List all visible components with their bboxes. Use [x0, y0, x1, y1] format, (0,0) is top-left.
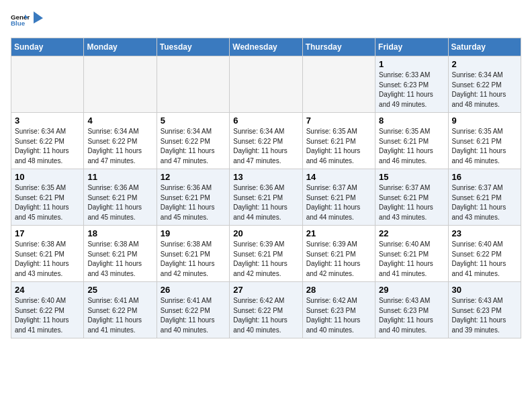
svg-text:Blue: Blue [11, 19, 26, 27]
day-info: Sunrise: 6:34 AMSunset: 6:22 PMDaylight:… [161, 127, 226, 166]
day-number: 11 [87, 172, 152, 182]
day-number: 20 [233, 228, 298, 238]
calendar-cell: 14Sunrise: 6:37 AMSunset: 6:21 PMDayligh… [302, 169, 375, 226]
day-number: 1 [379, 59, 444, 69]
weekday-header: Tuesday [157, 38, 229, 56]
calendar-cell: 21Sunrise: 6:39 AMSunset: 6:21 PMDayligh… [302, 226, 375, 282]
day-info: Sunrise: 6:40 AMSunset: 6:22 PMDaylight:… [452, 240, 517, 279]
day-number: 26 [161, 285, 226, 295]
day-info: Sunrise: 6:35 AMSunset: 6:21 PMDaylight:… [15, 183, 80, 222]
day-info: Sunrise: 6:40 AMSunset: 6:21 PMDaylight:… [379, 240, 444, 279]
day-info: Sunrise: 6:41 AMSunset: 6:22 PMDaylight:… [87, 296, 152, 335]
day-info: Sunrise: 6:38 AMSunset: 6:21 PMDaylight:… [161, 240, 226, 279]
calendar-cell: 7Sunrise: 6:35 AMSunset: 6:21 PMDaylight… [302, 113, 375, 169]
day-number: 9 [452, 116, 517, 126]
day-info: Sunrise: 6:42 AMSunset: 6:22 PMDaylight:… [233, 296, 298, 335]
day-number: 19 [161, 228, 226, 238]
calendar-week-row: 24Sunrise: 6:40 AMSunset: 6:22 PMDayligh… [11, 282, 521, 338]
calendar-cell: 10Sunrise: 6:35 AMSunset: 6:21 PMDayligh… [11, 169, 84, 226]
calendar-cell: 9Sunrise: 6:35 AMSunset: 6:21 PMDaylight… [448, 113, 521, 169]
calendar-week-row: 3Sunrise: 6:34 AMSunset: 6:22 PMDaylight… [11, 113, 521, 169]
calendar-cell: 23Sunrise: 6:40 AMSunset: 6:22 PMDayligh… [448, 226, 521, 282]
page-header: General Blue [11, 11, 521, 30]
calendar-cell: 4Sunrise: 6:34 AMSunset: 6:22 PMDaylight… [84, 113, 157, 169]
day-info: Sunrise: 6:34 AMSunset: 6:22 PMDaylight:… [15, 127, 80, 166]
calendar-cell: 6Sunrise: 6:34 AMSunset: 6:22 PMDaylight… [230, 113, 302, 169]
day-info: Sunrise: 6:40 AMSunset: 6:22 PMDaylight:… [15, 296, 80, 335]
day-number: 5 [161, 116, 226, 126]
calendar-cell: 26Sunrise: 6:41 AMSunset: 6:22 PMDayligh… [157, 282, 229, 338]
weekday-header: Wednesday [230, 38, 302, 56]
day-info: Sunrise: 6:41 AMSunset: 6:22 PMDaylight:… [161, 296, 226, 335]
day-number: 23 [452, 228, 517, 238]
day-number: 8 [379, 116, 444, 126]
calendar-cell: 25Sunrise: 6:41 AMSunset: 6:22 PMDayligh… [84, 282, 157, 338]
day-number: 3 [15, 116, 80, 126]
day-number: 12 [161, 172, 226, 182]
weekday-header-row: SundayMondayTuesdayWednesdayThursdayFrid… [11, 38, 521, 56]
day-number: 27 [233, 285, 298, 295]
calendar-cell: 28Sunrise: 6:42 AMSunset: 6:23 PMDayligh… [302, 282, 375, 338]
calendar-cell: 18Sunrise: 6:38 AMSunset: 6:21 PMDayligh… [84, 226, 157, 282]
day-info: Sunrise: 6:35 AMSunset: 6:21 PMDaylight:… [306, 127, 371, 166]
calendar-cell: 22Sunrise: 6:40 AMSunset: 6:21 PMDayligh… [375, 226, 448, 282]
logo: General Blue [11, 11, 44, 30]
day-number: 14 [306, 172, 371, 182]
day-number: 24 [15, 285, 80, 295]
calendar-cell [230, 56, 302, 113]
day-number: 18 [87, 228, 152, 238]
day-info: Sunrise: 6:42 AMSunset: 6:23 PMDaylight:… [306, 296, 371, 335]
weekday-header: Monday [84, 38, 157, 56]
logo-flag-icon [32, 10, 44, 25]
calendar-cell: 11Sunrise: 6:36 AMSunset: 6:21 PMDayligh… [84, 169, 157, 226]
calendar-cell: 1Sunrise: 6:33 AMSunset: 6:23 PMDaylight… [375, 56, 448, 113]
calendar-cell: 5Sunrise: 6:34 AMSunset: 6:22 PMDaylight… [157, 113, 229, 169]
day-number: 13 [233, 172, 298, 182]
logo-icon: General Blue [11, 11, 30, 30]
day-info: Sunrise: 6:35 AMSunset: 6:21 PMDaylight:… [379, 127, 444, 166]
day-number: 21 [306, 228, 371, 238]
weekday-header: Saturday [448, 38, 521, 56]
calendar-cell [157, 56, 229, 113]
day-number: 22 [379, 228, 444, 238]
day-info: Sunrise: 6:43 AMSunset: 6:23 PMDaylight:… [379, 296, 444, 335]
svg-marker-3 [34, 11, 43, 24]
weekday-header: Sunday [11, 38, 84, 56]
calendar-cell: 16Sunrise: 6:37 AMSunset: 6:21 PMDayligh… [448, 169, 521, 226]
calendar-cell: 12Sunrise: 6:36 AMSunset: 6:21 PMDayligh… [157, 169, 229, 226]
day-number: 10 [15, 172, 80, 182]
calendar-cell: 13Sunrise: 6:36 AMSunset: 6:21 PMDayligh… [230, 169, 302, 226]
calendar-week-row: 17Sunrise: 6:38 AMSunset: 6:21 PMDayligh… [11, 226, 521, 282]
day-number: 7 [306, 116, 371, 126]
calendar-week-row: 10Sunrise: 6:35 AMSunset: 6:21 PMDayligh… [11, 169, 521, 226]
day-info: Sunrise: 6:36 AMSunset: 6:21 PMDaylight:… [233, 183, 298, 222]
day-info: Sunrise: 6:34 AMSunset: 6:22 PMDaylight:… [87, 127, 152, 166]
calendar-cell: 8Sunrise: 6:35 AMSunset: 6:21 PMDaylight… [375, 113, 448, 169]
calendar-cell: 30Sunrise: 6:43 AMSunset: 6:23 PMDayligh… [448, 282, 521, 338]
day-number: 6 [233, 116, 298, 126]
day-number: 2 [452, 59, 517, 69]
calendar-cell: 24Sunrise: 6:40 AMSunset: 6:22 PMDayligh… [11, 282, 84, 338]
day-info: Sunrise: 6:36 AMSunset: 6:21 PMDaylight:… [161, 183, 226, 222]
day-info: Sunrise: 6:43 AMSunset: 6:23 PMDaylight:… [452, 296, 517, 335]
day-number: 29 [379, 285, 444, 295]
calendar-cell: 3Sunrise: 6:34 AMSunset: 6:22 PMDaylight… [11, 113, 84, 169]
day-info: Sunrise: 6:34 AMSunset: 6:22 PMDaylight:… [233, 127, 298, 166]
weekday-header: Thursday [302, 38, 375, 56]
day-info: Sunrise: 6:37 AMSunset: 6:21 PMDaylight:… [306, 183, 371, 222]
day-info: Sunrise: 6:38 AMSunset: 6:21 PMDaylight:… [15, 240, 80, 279]
calendar-cell: 17Sunrise: 6:38 AMSunset: 6:21 PMDayligh… [11, 226, 84, 282]
day-info: Sunrise: 6:35 AMSunset: 6:21 PMDaylight:… [452, 127, 517, 166]
calendar-cell: 15Sunrise: 6:37 AMSunset: 6:21 PMDayligh… [375, 169, 448, 226]
day-info: Sunrise: 6:37 AMSunset: 6:21 PMDaylight:… [452, 183, 517, 222]
day-info: Sunrise: 6:37 AMSunset: 6:21 PMDaylight:… [379, 183, 444, 222]
calendar-table: SundayMondayTuesdayWednesdayThursdayFrid… [11, 38, 521, 338]
calendar-cell: 20Sunrise: 6:39 AMSunset: 6:21 PMDayligh… [230, 226, 302, 282]
day-number: 4 [87, 116, 152, 126]
day-number: 16 [452, 172, 517, 182]
calendar-cell: 19Sunrise: 6:38 AMSunset: 6:21 PMDayligh… [157, 226, 229, 282]
day-info: Sunrise: 6:33 AMSunset: 6:23 PMDaylight:… [379, 71, 444, 109]
day-number: 17 [15, 228, 80, 238]
calendar-cell [11, 56, 84, 113]
day-info: Sunrise: 6:38 AMSunset: 6:21 PMDaylight:… [87, 240, 152, 279]
